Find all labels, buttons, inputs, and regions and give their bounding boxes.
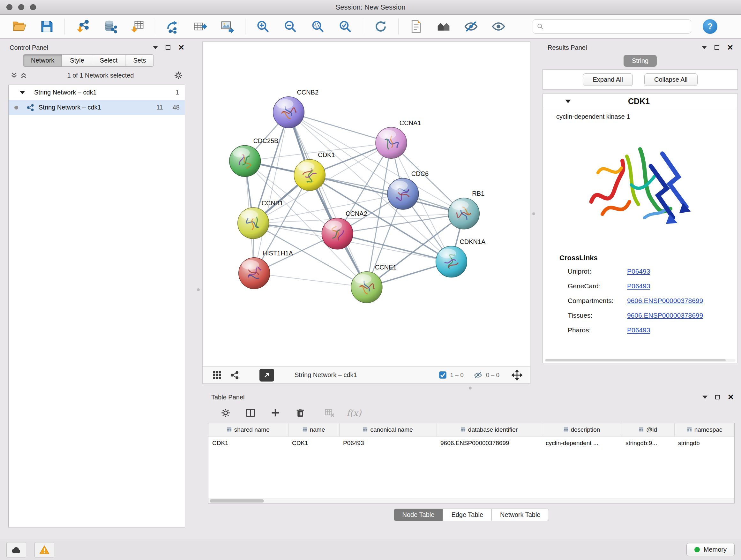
node-CDKN1A[interactable]: CDKN1A xyxy=(436,238,486,277)
results-horizontal-scrollbar[interactable] xyxy=(545,359,736,362)
horizontal-splitter-handle[interactable] xyxy=(469,387,472,389)
function-builder-button[interactable]: f(x) xyxy=(347,408,361,418)
selected-checkbox-icon[interactable] xyxy=(439,371,447,379)
column-header-shared-name[interactable]: shared name xyxy=(208,423,288,436)
collapse-all-icon[interactable] xyxy=(10,71,18,79)
memory-button[interactable]: Memory xyxy=(686,543,735,556)
zoom-selected-button[interactable] xyxy=(335,17,355,36)
tab-sets[interactable]: Sets xyxy=(125,54,154,67)
edge-CCNB2-CCNA1[interactable] xyxy=(288,112,391,143)
hidden-eye-slash-icon[interactable] xyxy=(473,371,483,379)
panel-collapse-icon[interactable] xyxy=(702,46,707,49)
column-header-database-identifier[interactable]: database identifier xyxy=(436,423,542,436)
column-header-name[interactable]: name xyxy=(288,423,339,436)
grid-view-icon[interactable] xyxy=(212,370,222,380)
disclosure-triangle-icon[interactable] xyxy=(19,91,25,94)
apply-layout-button[interactable] xyxy=(370,17,391,36)
node-CCNB1[interactable]: CCNB1 xyxy=(238,199,283,239)
zoom-window-button[interactable] xyxy=(30,4,36,10)
export-table-button[interactable] xyxy=(190,17,210,36)
detach-network-button[interactable] xyxy=(259,369,274,381)
node-RB1[interactable]: RB1 xyxy=(448,190,485,229)
right-splitter-handle[interactable] xyxy=(532,212,535,215)
table-row[interactable]: CDK1CDK1P064939606.ENSP00000378699cyclin… xyxy=(208,436,735,450)
panel-close-icon[interactable]: ✕ xyxy=(728,393,734,401)
save-session-button[interactable] xyxy=(37,17,57,36)
delete-table-button[interactable] xyxy=(322,405,338,421)
panel-close-icon[interactable]: ✕ xyxy=(727,44,733,51)
add-column-button[interactable] xyxy=(267,405,283,421)
node-HIST1H1A[interactable]: HIST1H1A xyxy=(239,250,293,289)
table-cell[interactable]: CDK1 xyxy=(208,436,288,450)
close-window-button[interactable] xyxy=(6,4,12,10)
scrollbar-thumb[interactable] xyxy=(545,359,726,361)
tab-style[interactable]: Style xyxy=(62,54,91,67)
search-input[interactable] xyxy=(547,23,687,30)
gene-section-header[interactable]: CDK1 xyxy=(543,94,738,109)
tab-select[interactable]: Select xyxy=(92,54,125,67)
import-network-from-file-button[interactable] xyxy=(72,17,92,36)
minimize-window-button[interactable] xyxy=(18,4,24,10)
network-collection-row[interactable]: String Network – cdk1 1 xyxy=(9,85,185,100)
zoom-out-button[interactable] xyxy=(280,17,300,36)
node-CDC25B[interactable]: CDC25B xyxy=(229,137,279,177)
node-CDK1[interactable]: CDK1 xyxy=(294,151,335,191)
node-CCNA1[interactable]: CCNA1 xyxy=(376,119,421,159)
hide-selected-button[interactable] xyxy=(461,17,481,36)
network-canvas[interactable]: CCNB2CCNA1CDC25BCDK1CDC6RB1CCNB1CCNA2CDK… xyxy=(203,42,531,366)
collapse-all-button[interactable]: Collapse All xyxy=(644,73,697,86)
show-columns-button[interactable] xyxy=(243,405,259,421)
section-disclosure-triangle-icon[interactable] xyxy=(565,100,571,103)
gear-icon[interactable] xyxy=(174,71,183,80)
edge-CCNB2-HIST1H1A[interactable] xyxy=(254,112,289,273)
scrollbar-thumb[interactable] xyxy=(210,499,264,503)
table-cell[interactable]: stringdb xyxy=(674,436,735,450)
table-cell[interactable]: stringdb:9... xyxy=(622,436,674,450)
edge-CCNB2-CCNE1[interactable] xyxy=(288,112,367,287)
export-image-button[interactable] xyxy=(217,17,238,36)
network-overview-button[interactable] xyxy=(433,17,454,36)
node-CCNB2[interactable]: CCNB2 xyxy=(273,89,319,128)
panel-collapse-icon[interactable] xyxy=(153,46,158,49)
search-box[interactable] xyxy=(533,19,691,34)
table-settings-button[interactable] xyxy=(218,405,233,421)
help-button[interactable]: ? xyxy=(703,19,718,34)
tab-network-table[interactable]: Network Table xyxy=(491,509,549,521)
panel-float-icon[interactable] xyxy=(165,45,171,50)
fit-content-button[interactable] xyxy=(308,17,328,36)
open-session-button[interactable] xyxy=(9,17,30,36)
show-graphics-details-button[interactable] xyxy=(406,17,426,36)
column-header-canonical-name[interactable]: canonical name xyxy=(339,423,436,436)
panel-close-icon[interactable]: ✕ xyxy=(178,44,185,51)
network-row-selected[interactable]: String Network – cdk1 11 48 xyxy=(9,100,185,115)
crosslink-genecard-link[interactable]: P06493 xyxy=(627,282,650,290)
delete-column-button[interactable] xyxy=(292,405,308,421)
tab-node-table[interactable]: Node Table xyxy=(394,509,443,521)
network-list-icon[interactable] xyxy=(230,371,239,380)
string-tab-badge[interactable]: String xyxy=(623,55,657,67)
new-network-from-selection-button[interactable] xyxy=(162,17,183,36)
table-cell[interactable]: 9606.ENSP00000378699 xyxy=(436,436,542,450)
tab-edge-table[interactable]: Edge Table xyxy=(443,509,491,521)
table-cell[interactable]: P06493 xyxy=(339,436,436,450)
crosslink-pharos-link[interactable]: P06493 xyxy=(627,326,650,334)
column-header-namespac[interactable]: namespac xyxy=(674,423,735,436)
crosslink-tissues-link[interactable]: 9606.ENSP00000378699 xyxy=(627,312,703,319)
table-cell[interactable]: cyclin-dependent ... xyxy=(542,436,622,450)
pan-crosshair-icon[interactable] xyxy=(512,370,522,381)
table-horizontal-scrollbar[interactable] xyxy=(208,498,734,503)
panel-collapse-icon[interactable] xyxy=(702,395,708,399)
panel-float-icon[interactable] xyxy=(715,45,719,50)
table-cell[interactable]: CDK1 xyxy=(288,436,339,450)
crosslink-uniprot-link[interactable]: P06493 xyxy=(627,267,650,275)
column-header-description[interactable]: description xyxy=(542,423,622,436)
left-splitter-handle[interactable] xyxy=(197,288,200,291)
expand-all-icon[interactable] xyxy=(20,71,27,79)
panel-float-icon[interactable] xyxy=(715,395,720,399)
cloud-status-button[interactable] xyxy=(6,542,26,557)
import-network-from-database-button[interactable] xyxy=(99,17,120,36)
crosslink-compartments-link[interactable]: 9606.ENSP00000378699 xyxy=(627,297,703,305)
zoom-in-button[interactable] xyxy=(253,17,273,36)
expand-all-button[interactable]: Expand All xyxy=(583,73,633,86)
warnings-button[interactable] xyxy=(35,542,54,557)
